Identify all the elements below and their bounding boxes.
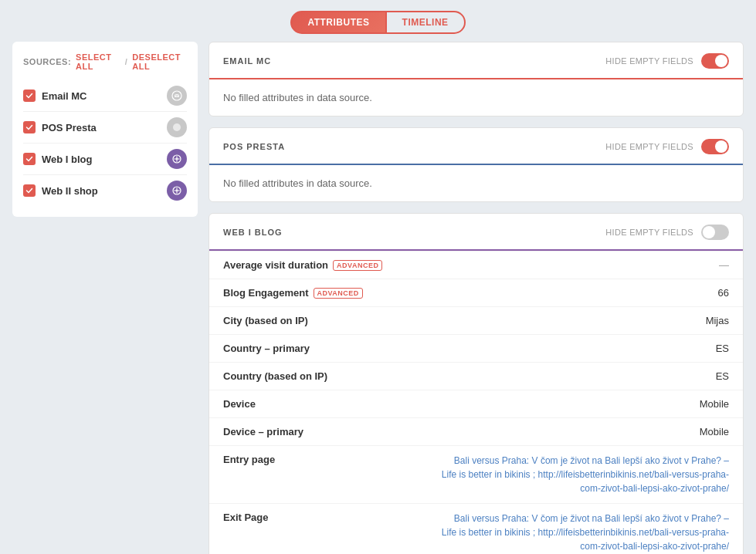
table-row: Country – primaryES bbox=[209, 334, 743, 362]
section-header-email-mc: EMAIL MC HIDE EMPTY FIELDS bbox=[209, 42, 743, 79]
table-row: Country (based on IP)ES bbox=[209, 362, 743, 390]
checkbox-web-i-blog[interactable] bbox=[23, 153, 36, 165]
hide-empty-label-web-i-blog: HIDE EMPTY FIELDS bbox=[605, 228, 693, 237]
attr-label: Country – primary bbox=[223, 343, 439, 354]
separator: / bbox=[125, 57, 128, 66]
attr-label: Device – primary bbox=[223, 426, 439, 437]
attr-value: Bali versus Praha: V čom je život na Bal… bbox=[439, 454, 729, 495]
hide-empty-label-pos-presta: HIDE EMPTY FIELDS bbox=[605, 142, 693, 151]
badge-advanced: ADVANCED bbox=[314, 288, 363, 299]
header-right-email-mc: HIDE EMPTY FIELDS bbox=[605, 53, 729, 69]
select-all-link[interactable]: SELECT ALL bbox=[76, 52, 120, 71]
source-label-web-ii-shop: Web II shop bbox=[42, 185, 161, 197]
sources-header: SOURCES: SELECT ALL / DESELECT ALL bbox=[23, 52, 187, 71]
table-row: Exit PageBali versus Praha: V čom je živ… bbox=[209, 503, 743, 554]
checkbox-pos-presta[interactable] bbox=[23, 121, 36, 133]
attr-value: ES bbox=[439, 370, 729, 382]
attr-value: — bbox=[439, 259, 729, 271]
attr-value: Mijas bbox=[439, 315, 729, 326]
table-row: DeviceMobile bbox=[209, 390, 743, 417]
no-data-email-mc: No filled attributes in data source. bbox=[209, 79, 743, 116]
attr-label: Device bbox=[223, 398, 439, 410]
source-item-web-i-blog[interactable]: Web I blog bbox=[23, 143, 187, 174]
section-header-pos-presta: POS PRESTA HIDE EMPTY FIELDS bbox=[209, 128, 743, 165]
attr-label: Entry page bbox=[223, 454, 439, 465]
badge-advanced: ADVANCED bbox=[333, 260, 382, 271]
tabs-container: ATTRIBUTES TIMELINE bbox=[0, 0, 756, 42]
source-icon-pos-presta bbox=[167, 117, 187, 137]
svg-point-1 bbox=[173, 123, 181, 131]
table-row: Average visit durationADVANCED— bbox=[209, 251, 743, 279]
toggle-knob-web-i-blog bbox=[703, 226, 715, 238]
attr-value: 66 bbox=[439, 287, 729, 299]
attr-value: Mobile bbox=[439, 426, 729, 437]
toggle-email-mc[interactable] bbox=[701, 53, 729, 69]
attributes-table: Average visit durationADVANCED—Blog Enga… bbox=[209, 251, 743, 554]
source-item-pos-presta[interactable]: POS Presta bbox=[23, 111, 187, 143]
table-row: City (based on IP)Mijas bbox=[209, 306, 743, 334]
toggle-knob-pos-presta bbox=[715, 140, 727, 153]
source-icon-web-ii-shop bbox=[167, 181, 187, 201]
main-layout: SOURCES: SELECT ALL / DESELECT ALL Email… bbox=[0, 42, 756, 554]
tab-attributes[interactable]: ATTRIBUTES bbox=[290, 11, 386, 34]
toggle-knob-email-mc bbox=[715, 55, 727, 67]
section-title-web-i-blog: WEB I BLOG bbox=[223, 228, 283, 237]
section-pos-presta: POS PRESTA HIDE EMPTY FIELDS No filled a… bbox=[208, 127, 744, 202]
tab-timeline[interactable]: TIMELINE bbox=[387, 11, 466, 34]
source-label-email-mc: Email MC bbox=[42, 90, 161, 102]
content-area: EMAIL MC HIDE EMPTY FIELDS No filled att… bbox=[208, 42, 744, 554]
source-label-web-i-blog: Web I blog bbox=[42, 154, 161, 165]
toggle-web-i-blog[interactable] bbox=[701, 225, 729, 240]
hide-empty-label-email-mc: HIDE EMPTY FIELDS bbox=[605, 56, 693, 66]
section-web-i-blog: WEB I BLOG HIDE EMPTY FIELDS Average vis… bbox=[208, 213, 744, 554]
toggle-pos-presta[interactable] bbox=[701, 139, 729, 154]
attr-label: Exit Page bbox=[223, 512, 439, 523]
attr-value: Mobile bbox=[439, 398, 729, 410]
checkbox-email-mc[interactable] bbox=[23, 90, 36, 102]
section-title-pos-presta: POS PRESTA bbox=[223, 142, 285, 151]
checkbox-web-ii-shop[interactable] bbox=[23, 184, 36, 197]
attr-label: Blog EngagementADVANCED bbox=[223, 287, 439, 299]
source-icon-web-i-blog bbox=[167, 149, 187, 169]
table-row: Entry pageBali versus Praha: V čom je ži… bbox=[209, 445, 743, 503]
section-title-email-mc: EMAIL MC bbox=[223, 56, 271, 66]
section-header-web-i-blog: WEB I BLOG HIDE EMPTY FIELDS bbox=[209, 214, 743, 251]
header-right-pos-presta: HIDE EMPTY FIELDS bbox=[605, 139, 729, 154]
header-right-web-i-blog: HIDE EMPTY FIELDS bbox=[605, 225, 729, 240]
attr-label: Average visit durationADVANCED bbox=[223, 259, 439, 271]
attr-value: Bali versus Praha: V čom je život na Bal… bbox=[439, 512, 729, 553]
source-icon-email-mc bbox=[167, 86, 187, 106]
source-item-web-ii-shop[interactable]: Web II shop bbox=[23, 174, 187, 206]
no-data-pos-presta: No filled attributes in data source. bbox=[209, 165, 743, 201]
source-label-pos-presta: POS Presta bbox=[42, 122, 161, 133]
sidebar: SOURCES: SELECT ALL / DESELECT ALL Email… bbox=[12, 42, 198, 217]
attr-value: ES bbox=[439, 343, 729, 354]
source-item-email-mc[interactable]: Email MC bbox=[23, 80, 187, 111]
section-email-mc: EMAIL MC HIDE EMPTY FIELDS No filled att… bbox=[208, 42, 744, 117]
deselect-all-link[interactable]: DESELECT ALL bbox=[132, 52, 187, 71]
sources-label: SOURCES: bbox=[23, 57, 71, 66]
table-row: Blog EngagementADVANCED66 bbox=[209, 279, 743, 306]
table-row: Device – primaryMobile bbox=[209, 417, 743, 445]
attr-label: City (based on IP) bbox=[223, 315, 439, 326]
attr-label: Country (based on IP) bbox=[223, 370, 439, 382]
